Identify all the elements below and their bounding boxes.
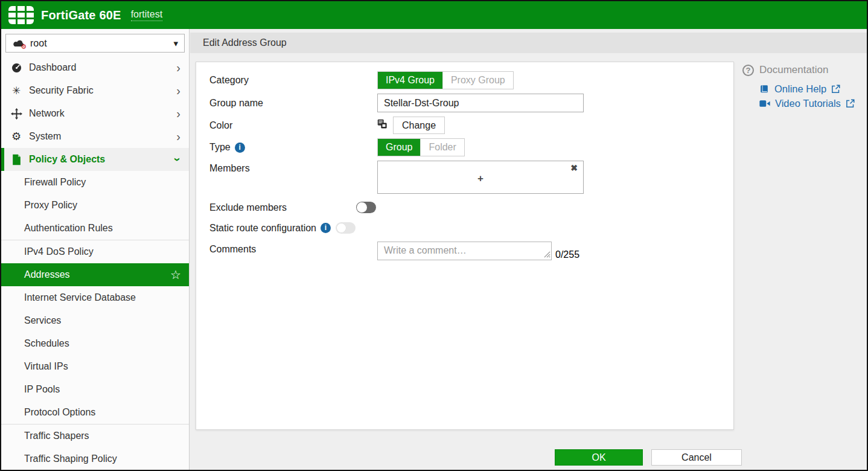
sidebar-subitem-label: Proxy Policy	[24, 200, 77, 211]
members-label: Members	[196, 163, 377, 174]
sidebar-item-authentication-rules[interactable]: Authentication Rules	[1, 217, 189, 240]
group-name-row: Group name	[196, 94, 733, 112]
sidebar-item-traffic-shapers[interactable]: Traffic Shapers	[1, 425, 189, 447]
sidebar-subitem-label: Protocol Options	[24, 407, 95, 418]
sidebar-subitem-label: Firewall Policy	[24, 177, 86, 188]
sidebar-item-protocol-options[interactable]: Protocol Options	[1, 401, 189, 424]
sidebar-item-label: Network	[29, 108, 65, 119]
exclude-members-row: Exclude members	[196, 202, 733, 213]
sidebar-item-security-fabric[interactable]: Security Fabric	[1, 79, 189, 102]
online-help-link[interactable]: Online Help	[759, 83, 868, 95]
sidebar-item-network[interactable]: Network	[1, 102, 189, 125]
star-icon[interactable]	[170, 269, 181, 281]
sidebar-subitem-label: IP Pools	[24, 384, 60, 395]
exclude-members-toggle[interactable]	[356, 202, 376, 213]
question-circle-icon	[742, 65, 754, 76]
type-option-folder[interactable]: Folder	[420, 139, 464, 156]
policy-page-icon	[9, 154, 24, 165]
type-label-text: Type	[209, 142, 231, 153]
members-box[interactable]	[377, 161, 584, 194]
color-swatch-icon	[377, 119, 388, 132]
caret-down-icon	[173, 38, 178, 49]
edit-address-group-panel: Category IPv4 Group Proxy Group Group na…	[196, 62, 734, 430]
group-name-input[interactable]	[377, 94, 584, 112]
sidebar-item-label: System	[29, 131, 61, 142]
product-name: FortiGate 60E	[41, 8, 121, 22]
type-row: Type Group Folder	[196, 138, 733, 156]
video-camera-icon	[759, 99, 770, 108]
gauge-icon	[9, 62, 24, 74]
sidebar-subitem-label: Services	[24, 315, 61, 326]
sidebar-item-label: Security Fabric	[29, 85, 94, 96]
chevron-right-icon	[176, 130, 180, 143]
online-help-label: Online Help	[774, 83, 826, 95]
sidebar-subitem-label: Traffic Shapers	[24, 431, 89, 441]
external-link-icon	[846, 99, 855, 108]
exclude-members-label: Exclude members	[196, 202, 377, 213]
documentation-header: Documentation	[742, 64, 868, 76]
color-label: Color	[196, 120, 377, 131]
sidebar-item-firewall-policy[interactable]: Firewall Policy	[1, 171, 189, 194]
fortinet-logo-icon	[8, 6, 34, 24]
sidebar-subitem-label: IPv4 DoS Policy	[24, 246, 94, 257]
category-segmented-control: IPv4 Group Proxy Group	[377, 71, 514, 89]
cancel-button[interactable]: Cancel	[651, 449, 742, 466]
add-member-button[interactable]	[477, 173, 483, 184]
sidebar-item-system[interactable]: System	[1, 125, 189, 148]
static-route-label-text: Static route configuration	[209, 223, 316, 234]
category-option-proxy-group[interactable]: Proxy Group	[442, 72, 513, 89]
vdom-gear-icon	[21, 43, 27, 50]
comments-input[interactable]	[377, 242, 552, 260]
sidebar-subitem-label: Traffic Shaping Policy	[24, 453, 117, 464]
sidebar-subitem-label: Virtual IPs	[24, 361, 68, 372]
info-icon[interactable]	[235, 143, 245, 153]
sidebar-item-proxy-policy[interactable]: Proxy Policy	[1, 194, 189, 217]
vdom-selector[interactable]: root	[5, 34, 185, 53]
clear-members-icon[interactable]	[570, 164, 578, 172]
network-move-icon	[9, 108, 24, 120]
sidebar-item-services[interactable]: Services	[1, 309, 189, 332]
hostname-link[interactable]: fortitest	[131, 9, 162, 21]
color-row: Color Change	[196, 117, 733, 134]
sidebar-item-internet-service-database[interactable]: Internet Service Database	[1, 286, 189, 309]
sidebar-subitem-label: Authentication Rules	[24, 223, 113, 234]
comments-label: Comments	[196, 244, 377, 255]
sidebar-subitem-label: Schedules	[24, 338, 69, 349]
type-segmented-control: Group Folder	[377, 138, 465, 156]
chevron-right-icon	[176, 62, 180, 74]
book-icon	[759, 85, 770, 94]
page-title: Edit Address Group	[190, 33, 867, 53]
comments-char-counter: 0/255	[555, 249, 579, 260]
sidebar-item-label: Policy & Objects	[29, 154, 105, 165]
chevron-right-icon	[176, 85, 180, 97]
sidebar-subitem-label: Addresses	[24, 269, 70, 280]
ok-button[interactable]: OK	[555, 449, 643, 466]
change-color-button[interactable]: Change	[393, 117, 445, 134]
security-fabric-icon	[9, 86, 24, 96]
sidebar-item-dashboard[interactable]: Dashboard	[1, 56, 189, 79]
sidebar-item-virtual-ips[interactable]: Virtual IPs	[1, 355, 189, 378]
sidebar-nav: Dashboard Security Fabric Network System	[1, 56, 189, 470]
type-option-group[interactable]: Group	[378, 139, 420, 156]
static-route-toggle[interactable]	[336, 222, 356, 234]
sidebar-item-ip-pools[interactable]: IP Pools	[1, 378, 189, 401]
sidebar-item-ipv4-dos-policy[interactable]: IPv4 DoS Policy	[1, 240, 189, 263]
category-label: Category	[196, 75, 377, 86]
members-row: Members	[196, 161, 733, 194]
video-tutorials-label: Video Tutorials	[775, 98, 841, 109]
sidebar-subitem-label: Internet Service Database	[24, 292, 136, 303]
sidebar-item-policy-objects[interactable]: Policy & Objects	[1, 148, 189, 171]
group-name-label: Group name	[196, 98, 377, 109]
gear-icon	[9, 131, 24, 142]
sidebar-item-addresses[interactable]: Addresses	[1, 263, 189, 286]
video-tutorials-link[interactable]: Video Tutorials	[759, 98, 868, 109]
sidebar-item-schedules[interactable]: Schedules	[1, 332, 189, 355]
sidebar-item-traffic-shaping-policy[interactable]: Traffic Shaping Policy	[1, 447, 189, 470]
category-option-ipv4-group[interactable]: IPv4 Group	[378, 72, 442, 89]
sidebar: root Dashboard Security Fabric Network	[1, 29, 190, 470]
vdom-selected-label: root	[30, 38, 173, 49]
type-label: Type	[196, 142, 377, 153]
info-icon[interactable]	[321, 223, 331, 233]
main-area: Edit Address Group Category IPv4 Group P…	[190, 29, 867, 470]
chevron-down-icon	[176, 153, 180, 165]
